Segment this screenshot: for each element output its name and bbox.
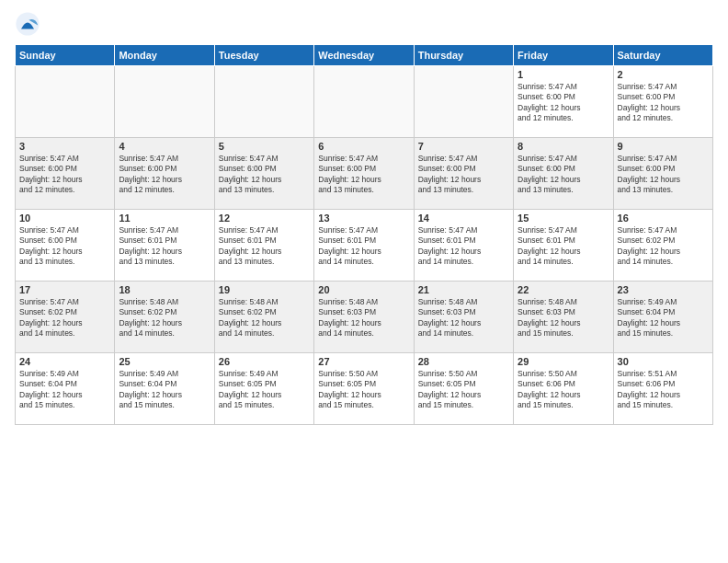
col-header-sunday: Sunday xyxy=(16,45,115,66)
calendar-week-row: 24Sunrise: 5:49 AM Sunset: 6:04 PM Dayli… xyxy=(16,353,713,425)
day-info: Sunrise: 5:47 AM Sunset: 6:00 PM Dayligh… xyxy=(518,82,609,124)
day-info: Sunrise: 5:47 AM Sunset: 6:00 PM Dayligh… xyxy=(19,225,110,268)
calendar-cell: 26Sunrise: 5:49 AM Sunset: 6:05 PM Dayli… xyxy=(214,353,313,425)
calendar-cell: 13Sunrise: 5:47 AM Sunset: 6:01 PM Dayli… xyxy=(314,210,414,282)
col-header-saturday: Saturday xyxy=(613,45,712,66)
day-info: Sunrise: 5:47 AM Sunset: 6:01 PM Dayligh… xyxy=(119,225,210,268)
calendar-cell: 5Sunrise: 5:47 AM Sunset: 6:00 PM Daylig… xyxy=(214,138,313,210)
day-number: 6 xyxy=(318,141,409,152)
calendar-cell: 11Sunrise: 5:47 AM Sunset: 6:01 PM Dayli… xyxy=(115,210,214,282)
day-info: Sunrise: 5:49 AM Sunset: 6:04 PM Dayligh… xyxy=(618,297,709,339)
calendar-cell: 21Sunrise: 5:48 AM Sunset: 6:03 PM Dayli… xyxy=(414,282,513,353)
day-number: 16 xyxy=(618,213,709,224)
calendar-cell: 17Sunrise: 5:47 AM Sunset: 6:02 PM Dayli… xyxy=(16,282,115,353)
calendar-cell: 25Sunrise: 5:49 AM Sunset: 6:04 PM Dayli… xyxy=(115,353,214,425)
day-number: 22 xyxy=(518,284,609,295)
day-number: 12 xyxy=(219,213,310,224)
day-number: 2 xyxy=(618,69,709,80)
col-header-thursday: Thursday xyxy=(414,45,513,66)
day-info: Sunrise: 5:49 AM Sunset: 6:04 PM Dayligh… xyxy=(19,369,110,411)
day-info: Sunrise: 5:50 AM Sunset: 6:05 PM Dayligh… xyxy=(318,369,409,411)
logo xyxy=(15,11,44,37)
calendar-cell xyxy=(214,66,313,138)
day-number: 20 xyxy=(318,284,409,295)
calendar-week-row: 17Sunrise: 5:47 AM Sunset: 6:02 PM Dayli… xyxy=(16,282,713,353)
day-info: Sunrise: 5:47 AM Sunset: 6:00 PM Dayligh… xyxy=(618,82,709,124)
calendar-cell: 29Sunrise: 5:50 AM Sunset: 6:06 PM Dayli… xyxy=(514,353,613,425)
calendar-cell: 8Sunrise: 5:47 AM Sunset: 6:00 PM Daylig… xyxy=(514,138,613,210)
day-number: 10 xyxy=(19,213,110,224)
calendar-cell xyxy=(16,66,115,138)
day-number: 17 xyxy=(19,284,110,295)
calendar-cell: 7Sunrise: 5:47 AM Sunset: 6:00 PM Daylig… xyxy=(414,138,513,210)
day-info: Sunrise: 5:48 AM Sunset: 6:03 PM Dayligh… xyxy=(318,297,409,339)
day-info: Sunrise: 5:47 AM Sunset: 6:00 PM Dayligh… xyxy=(418,154,509,196)
calendar-cell: 9Sunrise: 5:47 AM Sunset: 6:00 PM Daylig… xyxy=(613,138,712,210)
day-info: Sunrise: 5:51 AM Sunset: 6:06 PM Dayligh… xyxy=(618,369,709,411)
col-header-wednesday: Wednesday xyxy=(314,45,414,66)
calendar-cell: 2Sunrise: 5:47 AM Sunset: 6:00 PM Daylig… xyxy=(613,66,712,138)
day-number: 27 xyxy=(318,356,409,367)
day-number: 3 xyxy=(19,141,110,152)
day-number: 9 xyxy=(618,141,709,152)
day-info: Sunrise: 5:47 AM Sunset: 6:00 PM Dayligh… xyxy=(119,154,210,196)
day-number: 15 xyxy=(518,213,609,224)
calendar-cell xyxy=(414,66,513,138)
day-number: 24 xyxy=(19,356,110,367)
page: SundayMondayTuesdayWednesdayThursdayFrid… xyxy=(0,0,728,563)
day-info: Sunrise: 5:47 AM Sunset: 6:01 PM Dayligh… xyxy=(219,225,310,268)
day-info: Sunrise: 5:48 AM Sunset: 6:03 PM Dayligh… xyxy=(518,297,609,339)
calendar-cell: 28Sunrise: 5:50 AM Sunset: 6:05 PM Dayli… xyxy=(414,353,513,425)
calendar-cell xyxy=(314,66,414,138)
calendar-cell: 23Sunrise: 5:49 AM Sunset: 6:04 PM Dayli… xyxy=(613,282,712,353)
day-number: 7 xyxy=(418,141,509,152)
calendar-cell: 24Sunrise: 5:49 AM Sunset: 6:04 PM Dayli… xyxy=(16,353,115,425)
day-info: Sunrise: 5:49 AM Sunset: 6:05 PM Dayligh… xyxy=(219,369,310,411)
day-info: Sunrise: 5:47 AM Sunset: 6:02 PM Dayligh… xyxy=(19,297,110,339)
calendar-cell: 14Sunrise: 5:47 AM Sunset: 6:01 PM Dayli… xyxy=(414,210,513,282)
day-number: 18 xyxy=(119,284,210,295)
calendar-cell: 22Sunrise: 5:48 AM Sunset: 6:03 PM Dayli… xyxy=(514,282,613,353)
calendar-week-row: 3Sunrise: 5:47 AM Sunset: 6:00 PM Daylig… xyxy=(16,138,713,210)
day-number: 30 xyxy=(618,356,709,367)
calendar-cell: 30Sunrise: 5:51 AM Sunset: 6:06 PM Dayli… xyxy=(613,353,712,425)
day-number: 26 xyxy=(219,356,310,367)
calendar-cell: 16Sunrise: 5:47 AM Sunset: 6:02 PM Dayli… xyxy=(613,210,712,282)
day-info: Sunrise: 5:47 AM Sunset: 6:01 PM Dayligh… xyxy=(318,225,409,268)
day-info: Sunrise: 5:50 AM Sunset: 6:05 PM Dayligh… xyxy=(418,369,509,411)
day-number: 25 xyxy=(119,356,210,367)
calendar-table: SundayMondayTuesdayWednesdayThursdayFrid… xyxy=(15,44,713,425)
calendar-cell: 10Sunrise: 5:47 AM Sunset: 6:00 PM Dayli… xyxy=(16,210,115,282)
day-number: 8 xyxy=(518,141,609,152)
day-number: 5 xyxy=(219,141,310,152)
day-number: 1 xyxy=(518,69,609,80)
day-info: Sunrise: 5:47 AM Sunset: 6:00 PM Dayligh… xyxy=(219,154,310,196)
day-info: Sunrise: 5:48 AM Sunset: 6:02 PM Dayligh… xyxy=(219,297,310,339)
calendar-cell: 20Sunrise: 5:48 AM Sunset: 6:03 PM Dayli… xyxy=(314,282,414,353)
day-number: 11 xyxy=(119,213,210,224)
col-header-monday: Monday xyxy=(115,45,214,66)
day-info: Sunrise: 5:47 AM Sunset: 6:00 PM Dayligh… xyxy=(518,154,609,196)
calendar-header-row: SundayMondayTuesdayWednesdayThursdayFrid… xyxy=(16,45,713,66)
day-info: Sunrise: 5:50 AM Sunset: 6:06 PM Dayligh… xyxy=(518,369,609,411)
day-number: 29 xyxy=(518,356,609,367)
calendar-cell: 6Sunrise: 5:47 AM Sunset: 6:00 PM Daylig… xyxy=(314,138,414,210)
day-info: Sunrise: 5:47 AM Sunset: 6:01 PM Dayligh… xyxy=(518,225,609,268)
day-number: 13 xyxy=(318,213,409,224)
logo-icon xyxy=(15,11,40,37)
calendar-cell xyxy=(115,66,214,138)
calendar-cell: 15Sunrise: 5:47 AM Sunset: 6:01 PM Dayli… xyxy=(514,210,613,282)
calendar-cell: 1Sunrise: 5:47 AM Sunset: 6:00 PM Daylig… xyxy=(514,66,613,138)
col-header-tuesday: Tuesday xyxy=(214,45,313,66)
calendar-cell: 3Sunrise: 5:47 AM Sunset: 6:00 PM Daylig… xyxy=(16,138,115,210)
header xyxy=(15,11,713,37)
day-info: Sunrise: 5:47 AM Sunset: 6:00 PM Dayligh… xyxy=(19,154,110,196)
day-info: Sunrise: 5:47 AM Sunset: 6:00 PM Dayligh… xyxy=(618,154,709,196)
day-number: 14 xyxy=(418,213,509,224)
day-number: 23 xyxy=(618,284,709,295)
calendar-week-row: 10Sunrise: 5:47 AM Sunset: 6:00 PM Dayli… xyxy=(16,210,713,282)
col-header-friday: Friday xyxy=(514,45,613,66)
day-number: 4 xyxy=(119,141,210,152)
calendar-cell: 18Sunrise: 5:48 AM Sunset: 6:02 PM Dayli… xyxy=(115,282,214,353)
calendar-cell: 27Sunrise: 5:50 AM Sunset: 6:05 PM Dayli… xyxy=(314,353,414,425)
